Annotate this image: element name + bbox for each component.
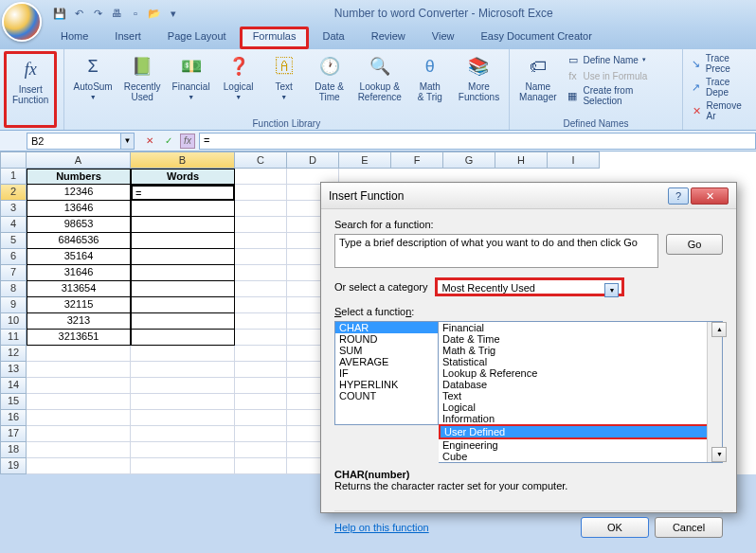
tab-view[interactable]: View: [419, 27, 468, 49]
cell[interactable]: [235, 410, 287, 426]
fx-button-icon[interactable]: fx: [180, 134, 195, 149]
cancel-button[interactable]: Cancel: [655, 517, 723, 538]
cell-a7[interactable]: 31646: [27, 265, 131, 281]
col-header-a[interactable]: A: [27, 152, 131, 169]
cell-b5[interactable]: [131, 233, 235, 249]
cell[interactable]: [235, 330, 287, 346]
cancel-formula-icon[interactable]: ✕: [142, 134, 157, 149]
cell-b4[interactable]: [131, 217, 235, 233]
category-item[interactable]: Information: [439, 413, 722, 424]
cell-b6[interactable]: [131, 249, 235, 265]
cell[interactable]: [235, 378, 287, 394]
cell[interactable]: [235, 297, 287, 313]
cell[interactable]: [235, 233, 287, 249]
row-header[interactable]: 4: [0, 217, 27, 233]
cell-a11[interactable]: 3213651: [27, 330, 131, 346]
cell-a4[interactable]: 98653: [27, 217, 131, 233]
row-header[interactable]: 9: [0, 297, 27, 313]
category-dropdown-list[interactable]: Financial Date & Time Math & Trig Statis…: [439, 321, 723, 463]
chevron-down-icon[interactable]: ▼: [604, 283, 619, 297]
cell[interactable]: [27, 458, 131, 474]
tab-data[interactable]: Data: [309, 27, 357, 49]
cell[interactable]: [235, 346, 287, 362]
remove-arrows-button[interactable]: ✕Remove Ar: [691, 100, 748, 121]
logical-button[interactable]: ❓Logical▼: [216, 51, 261, 128]
text-button[interactable]: 🇦Text▼: [261, 51, 307, 128]
cell-b2[interactable]: =: [131, 185, 235, 201]
row-header[interactable]: 2: [0, 185, 27, 201]
dialog-help-button[interactable]: ?: [668, 187, 689, 205]
scroll-up-icon[interactable]: ▲: [711, 322, 727, 337]
col-header-d[interactable]: D: [287, 152, 339, 169]
row-header[interactable]: 18: [0, 442, 27, 458]
cell-b7[interactable]: [131, 265, 235, 281]
function-item[interactable]: CHAR: [335, 322, 438, 333]
category-item[interactable]: Statistical: [439, 356, 722, 367]
scrollbar[interactable]: ▲ ▼: [707, 322, 722, 462]
row-header[interactable]: 16: [0, 410, 27, 426]
math-button[interactable]: θMath & Trig: [407, 51, 453, 128]
cell[interactable]: [27, 410, 131, 426]
col-header-h[interactable]: H: [495, 152, 548, 169]
use-in-formula-button[interactable]: fxUse in Formula: [567, 69, 675, 82]
col-header-f[interactable]: F: [391, 152, 443, 169]
cell[interactable]: [131, 378, 235, 394]
cell-b3[interactable]: [131, 201, 235, 217]
cell-a8[interactable]: 313654: [27, 281, 131, 297]
cell[interactable]: [131, 394, 235, 410]
category-item[interactable]: Financial: [439, 322, 722, 333]
ok-button[interactable]: OK: [581, 517, 649, 538]
define-name-button[interactable]: ▭Define Name ▾: [567, 53, 675, 66]
cell[interactable]: [235, 185, 287, 201]
print-icon[interactable]: 🖶: [108, 5, 125, 22]
tab-home[interactable]: Home: [47, 27, 101, 49]
trace-dependents-button[interactable]: ↗Trace Depe: [691, 77, 748, 98]
select-all-corner[interactable]: [0, 152, 27, 169]
cell-a10[interactable]: 3213: [27, 313, 131, 330]
cell[interactable]: [27, 378, 131, 394]
insert-function-button[interactable]: fx Insert Function: [4, 51, 57, 128]
cell[interactable]: [27, 346, 131, 362]
cell[interactable]: [235, 426, 287, 442]
recently-used-button[interactable]: 📗Recently Used: [118, 51, 167, 128]
function-item[interactable]: COUNT: [335, 390, 438, 401]
dialog-titlebar[interactable]: Insert Function ? ✕: [321, 183, 736, 209]
category-item[interactable]: Database: [439, 379, 722, 390]
category-select[interactable]: Most Recently Used ▼: [435, 277, 624, 296]
name-box-dropdown[interactable]: ▼: [121, 133, 135, 150]
category-item[interactable]: Date & Time: [439, 333, 722, 345]
row-header[interactable]: 11: [0, 330, 27, 346]
row-header[interactable]: 8: [0, 281, 27, 297]
cell[interactable]: [131, 426, 235, 442]
cell-b10[interactable]: [131, 313, 235, 330]
function-item[interactable]: ROUND: [335, 333, 438, 345]
cell[interactable]: [27, 426, 131, 442]
cell-a9[interactable]: 32115: [27, 297, 131, 313]
category-item[interactable]: Engineering: [439, 439, 722, 451]
cell-a2[interactable]: 12346: [27, 185, 131, 201]
redo-icon[interactable]: ↷: [89, 5, 106, 22]
cell[interactable]: [235, 394, 287, 410]
cell[interactable]: [131, 458, 235, 474]
cell[interactable]: [131, 346, 235, 362]
function-item[interactable]: IF: [335, 367, 438, 379]
function-list[interactable]: CHAR ROUND SUM AVERAGE IF HYPERLINK COUN…: [334, 321, 439, 425]
row-header[interactable]: 13: [0, 362, 27, 378]
lookup-button[interactable]: 🔍Lookup & Reference: [352, 51, 407, 128]
cell[interactable]: [235, 249, 287, 265]
name-manager-button[interactable]: 🏷Name Manager: [513, 51, 562, 128]
category-item[interactable]: Lookup & Reference: [439, 367, 722, 379]
row-header[interactable]: 15: [0, 394, 27, 410]
category-item[interactable]: Cube: [439, 451, 722, 462]
formula-input[interactable]: =: [199, 133, 756, 150]
tab-formulas[interactable]: Formulas: [240, 27, 310, 49]
category-item[interactable]: Math & Trig: [439, 345, 722, 356]
cell[interactable]: [131, 410, 235, 426]
tab-review[interactable]: Review: [358, 27, 419, 49]
row-header[interactable]: 7: [0, 265, 27, 281]
create-from-selection-button[interactable]: ▦Create from Selection: [567, 85, 675, 106]
cell[interactable]: [27, 362, 131, 378]
category-item[interactable]: Logical: [439, 401, 722, 413]
financial-button[interactable]: 💵Financial▼: [167, 51, 216, 128]
col-header-c[interactable]: C: [235, 152, 287, 169]
